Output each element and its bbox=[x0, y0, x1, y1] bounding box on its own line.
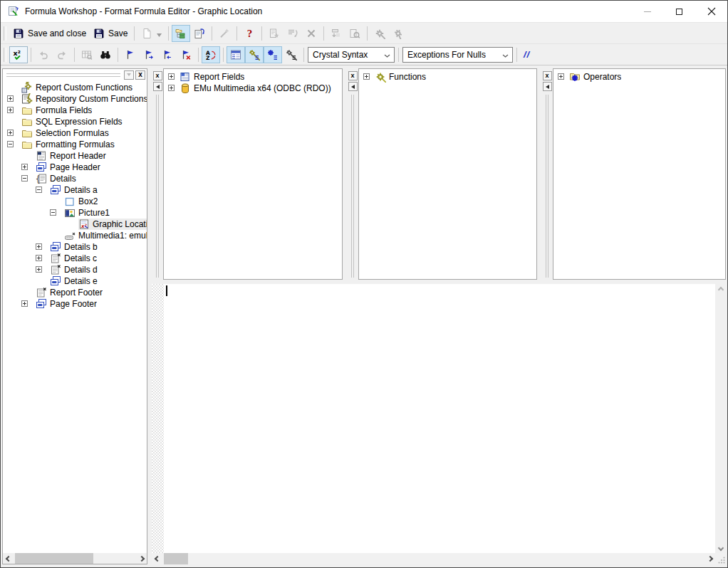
tree-item-report-footer[interactable]: Report Footer bbox=[3, 287, 147, 298]
scrollbar-thumb[interactable] bbox=[164, 553, 188, 564]
expand-plus-box[interactable] bbox=[21, 300, 28, 307]
find-in-formulas-button[interactable] bbox=[282, 46, 301, 63]
editor-vertical-scrollbar[interactable] bbox=[715, 284, 726, 553]
close-panel-button[interactable]: x bbox=[153, 71, 162, 80]
tree-item-details-c[interactable]: Details c bbox=[3, 253, 147, 264]
tree-item-functions[interactable]: Functions bbox=[359, 71, 536, 83]
formula-text-area[interactable] bbox=[164, 284, 715, 553]
tree-item-page-header[interactable]: Page Header bbox=[3, 162, 147, 173]
tree-item-graphic-location[interactable]: x²Graphic Location bbox=[3, 219, 147, 230]
tree-item-details-a[interactable]: Details a bbox=[3, 184, 147, 196]
editor-margin-gutter[interactable] bbox=[152, 284, 164, 553]
tree-item-selection-formulas[interactable]: Selection Formulas bbox=[3, 127, 147, 139]
new-custom-function-button[interactable] bbox=[265, 25, 284, 42]
collapse-panel-button[interactable] bbox=[348, 82, 358, 91]
tree-item-report-fields[interactable]: Report Fields bbox=[164, 71, 342, 83]
expand-node-button[interactable] bbox=[327, 25, 345, 42]
toggle-fields-tree-button[interactable] bbox=[227, 46, 245, 63]
next-bookmark-button[interactable] bbox=[140, 46, 158, 63]
save-and-close-button[interactable]: Save and close bbox=[9, 25, 90, 42]
delete-button[interactable] bbox=[302, 25, 321, 42]
new-button[interactable] bbox=[137, 25, 165, 42]
toggle-functions-tree-button[interactable] bbox=[245, 46, 264, 63]
tree-item-picture1[interactable]: Picture1 bbox=[3, 207, 147, 219]
check-formula-button[interactable]: x² bbox=[9, 46, 28, 63]
tree-item-formula-fields[interactable]: Formula Fields bbox=[3, 105, 147, 116]
panel-menu-button[interactable] bbox=[124, 70, 134, 80]
panel-drag-grip[interactable] bbox=[6, 73, 120, 77]
expand-plus-box[interactable] bbox=[7, 107, 14, 113]
tree-item-details-e[interactable]: Details e bbox=[3, 275, 147, 287]
maximize-button[interactable] bbox=[663, 1, 695, 22]
expand-plus-box[interactable] bbox=[36, 255, 42, 261]
expand-plus-box[interactable] bbox=[7, 130, 14, 136]
tree-item-report-header[interactable]: Report Header bbox=[3, 150, 147, 162]
expand-plus-box[interactable] bbox=[36, 243, 42, 250]
undo-button[interactable] bbox=[34, 46, 53, 63]
expand-plus-box[interactable] bbox=[363, 73, 370, 80]
collapse-minus-box[interactable] bbox=[21, 175, 28, 182]
tree-item-repository-custom-functions[interactable]: Repository Custom Functions bbox=[3, 93, 147, 105]
panel-grip[interactable] bbox=[351, 95, 354, 278]
expand-plus-box[interactable] bbox=[168, 85, 175, 91]
collapse-panel-button[interactable] bbox=[153, 82, 162, 91]
tree-item-sql-expression-fields[interactable]: SQL Expression Fields bbox=[3, 116, 147, 127]
toggle-bookmark-button[interactable] bbox=[121, 46, 140, 63]
close-button[interactable] bbox=[695, 1, 727, 22]
close-panel-button[interactable]: x bbox=[543, 71, 552, 80]
expand-plus-box[interactable] bbox=[36, 266, 42, 273]
toggle-workshop-tree-button[interactable] bbox=[172, 25, 190, 42]
expand-plus-box[interactable] bbox=[558, 73, 564, 80]
tree-item-page-footer[interactable]: Page Footer bbox=[3, 298, 147, 310]
tree-item-details[interactable]: {Details bbox=[3, 173, 147, 184]
collapse-panel-button[interactable] bbox=[543, 82, 552, 91]
expand-plus-box[interactable] bbox=[21, 164, 28, 170]
minimize-button[interactable] bbox=[631, 1, 663, 22]
editor-horizontal-scrollbar[interactable] bbox=[152, 553, 715, 564]
rename-button[interactable] bbox=[284, 25, 302, 42]
scroll-right-button[interactable] bbox=[136, 553, 147, 564]
browse-data-button[interactable] bbox=[78, 46, 96, 63]
scroll-right-button[interactable] bbox=[704, 553, 715, 564]
properties-button[interactable] bbox=[190, 25, 209, 42]
previous-bookmark-button[interactable] bbox=[158, 46, 177, 63]
collapse-minus-box[interactable] bbox=[7, 141, 14, 147]
scroll-left-button[interactable] bbox=[3, 553, 14, 564]
close-panel-button[interactable]: x bbox=[135, 70, 145, 80]
clear-bookmarks-button[interactable] bbox=[177, 46, 195, 63]
comment-button[interactable]: // bbox=[520, 46, 539, 63]
null-treatment-select[interactable]: Exceptions For Nulls bbox=[402, 47, 513, 63]
workshop-tree-horizontal-scrollbar[interactable] bbox=[3, 553, 147, 564]
redo-button[interactable] bbox=[53, 46, 71, 63]
tree-item-formatting-formulas[interactable]: Formatting Formulas bbox=[3, 139, 147, 150]
collapse-minus-box[interactable] bbox=[36, 186, 42, 193]
tree-item-box2[interactable]: Box2 bbox=[3, 196, 147, 207]
save-button[interactable]: Save bbox=[90, 25, 131, 42]
help-button[interactable]: ? bbox=[240, 25, 259, 42]
tree-item-details-b[interactable]: Details b bbox=[3, 241, 147, 253]
toggle-operators-tree-button[interactable] bbox=[264, 46, 282, 63]
close-panel-button[interactable]: x bbox=[348, 71, 358, 80]
scroll-left-button[interactable] bbox=[152, 553, 162, 564]
tree-item-emu-multimedia-x64-odbc-rdo[interactable]: EMu Multimedia x64 (ODBC (RDO)) bbox=[164, 83, 342, 94]
add-to-repository-button[interactable] bbox=[370, 25, 389, 42]
toolbar-grip[interactable] bbox=[4, 48, 6, 62]
panel-grip[interactable] bbox=[546, 95, 548, 278]
toolbar-grip[interactable] bbox=[4, 26, 6, 41]
use-expert-editor-button[interactable] bbox=[215, 25, 234, 42]
tree-item-details-d[interactable]: Details d bbox=[3, 264, 147, 275]
expand-plus-box[interactable] bbox=[168, 73, 175, 80]
tree-item-multimedia1-emulti[interactable]: Multimedia1: emulti bbox=[3, 230, 147, 241]
tree-item-operators[interactable]: Operators bbox=[553, 71, 725, 83]
collapse-minus-box[interactable] bbox=[50, 209, 56, 216]
panel-grip[interactable] bbox=[156, 95, 159, 278]
scroll-down-button[interactable] bbox=[715, 542, 726, 553]
update-repository-button[interactable] bbox=[389, 25, 407, 42]
syntax-select[interactable]: Crystal Syntax bbox=[308, 47, 395, 63]
find-button[interactable] bbox=[96, 46, 115, 63]
scrollbar-thumb[interactable] bbox=[15, 553, 93, 564]
sort-trees-button[interactable]: AZ bbox=[202, 46, 220, 63]
show-formatting-formulas-button[interactable] bbox=[345, 25, 364, 42]
scroll-up-button[interactable] bbox=[715, 284, 726, 295]
resize-grip[interactable] bbox=[715, 553, 726, 564]
